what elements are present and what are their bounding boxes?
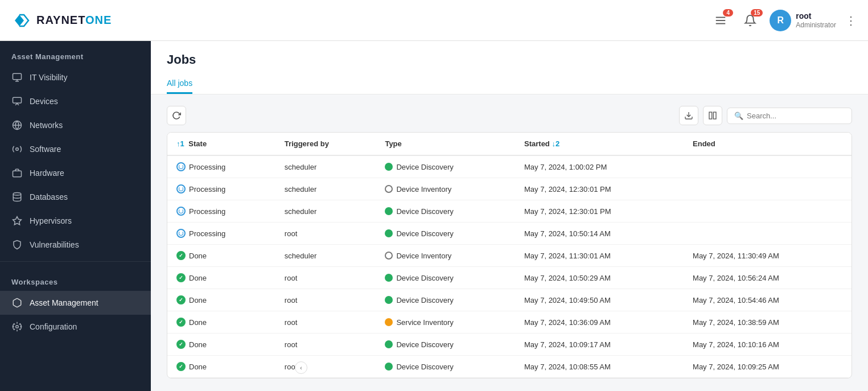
layout: Asset Management IT Visibility Devices N… [0, 41, 868, 391]
col-started[interactable]: Started ↓2 [515, 133, 684, 155]
type-icon [385, 340, 393, 348]
table-row: ProcessingschedulerDevice InventoryMay 7… [167, 178, 851, 200]
started-cell: May 7, 2024, 10:49:50 AM [515, 289, 684, 311]
shield-icon [11, 239, 23, 250]
refresh-btn[interactable] [167, 106, 186, 125]
sidebar-item-hypervisors[interactable]: Hypervisors [0, 209, 151, 233]
table-body: ProcessingschedulerDevice DiscoveryMay 7… [167, 155, 851, 378]
software-icon [11, 143, 23, 155]
state-label: Done [189, 274, 207, 282]
started-cell: May 7, 2024, 10:09:17 AM [515, 334, 684, 356]
ended-cell: May 7, 2024, 11:30:49 AM [684, 245, 851, 267]
table-row: ProcessingrootDevice DiscoveryMay 7, 202… [167, 223, 851, 245]
state-label: Done [189, 340, 207, 349]
database-icon [11, 191, 23, 203]
page-title: Jobs [167, 52, 852, 67]
type-icon [385, 252, 393, 260]
sidebar-item-it-visibility-label: IT Visibility [30, 73, 67, 82]
started-cell: May 7, 2024, 10:50:29 AM [515, 267, 684, 289]
monitor-icon [11, 72, 23, 83]
state-label: Done [189, 296, 207, 304]
started-cell: May 7, 2024, 1:00:02 PM [515, 155, 684, 178]
triggered-by-cell: root [275, 267, 376, 289]
status-dot [176, 162, 186, 171]
sidebar-item-it-visibility[interactable]: IT Visibility [0, 65, 151, 89]
user-area[interactable]: R root Administrator [770, 10, 836, 31]
bell-icon-btn[interactable]: 15 [740, 10, 760, 31]
started-cell: May 7, 2024, 10:08:55 AM [515, 356, 684, 378]
ended-cell: May 7, 2024, 10:10:16 AM [684, 334, 851, 356]
svg-point-9 [16, 148, 19, 151]
type-icon [385, 296, 393, 304]
more-options-btn[interactable]: ⋮ [845, 14, 857, 27]
col-state[interactable]: ↑1 State [167, 133, 275, 155]
type-label: Device Inventory [396, 185, 451, 194]
alerts-badge: 15 [751, 9, 763, 17]
workspaces-label: Workspaces [0, 266, 151, 291]
type-cell: Device Discovery [376, 289, 515, 311]
user-info: root Administrator [796, 11, 836, 29]
state-cell: Done [167, 334, 275, 356]
sidebar-item-software-label: Software [30, 145, 61, 154]
type-label: Device Discovery [396, 296, 453, 304]
search-box[interactable]: 🔍 [727, 108, 852, 124]
sidebar-divider [0, 261, 151, 262]
ended-cell: May 7, 2024, 10:56:24 AM [684, 267, 851, 289]
state-label: Processing [189, 207, 225, 216]
triggered-by-cell: scheduler [275, 155, 376, 178]
logo[interactable]: RAYNETONE [11, 10, 112, 31]
svg-point-11 [13, 193, 21, 196]
columns-btn[interactable] [703, 106, 722, 125]
started-cell: May 7, 2024, 10:50:14 AM [515, 223, 684, 245]
table-row: DoneschedulerDevice InventoryMay 7, 2024… [167, 245, 851, 267]
user-role: Administrator [796, 21, 836, 29]
logo-icon [11, 10, 32, 31]
type-cell: Device Discovery [376, 356, 515, 378]
sidebar-item-devices[interactable]: Devices [0, 89, 151, 113]
tab-all-jobs[interactable]: All jobs [167, 74, 192, 94]
state-label: Done [189, 252, 207, 260]
type-label: Device Discovery [396, 340, 453, 349]
status-dot [176, 207, 186, 216]
status-dot [176, 318, 186, 327]
sidebar-item-vulnerabilities-label: Vulnerabilities [30, 240, 79, 249]
sidebar-item-databases-label: Databases [30, 192, 68, 201]
type-cell: Device Discovery [376, 267, 515, 289]
status-dot [176, 251, 186, 260]
menu-icon-btn[interactable]: 4 [710, 10, 731, 31]
sidebar-item-networks[interactable]: Networks [0, 113, 151, 137]
sidebar-item-configuration[interactable]: Configuration [0, 315, 151, 339]
sidebar-item-vulnerabilities[interactable]: Vulnerabilities [0, 233, 151, 257]
type-cell: Service Inventory [376, 311, 515, 334]
sidebar-item-hardware-label: Hardware [30, 168, 64, 178]
search-icon: 🔍 [734, 112, 743, 120]
toolbar: 🔍 [167, 106, 852, 125]
type-label: Device Discovery [396, 163, 453, 171]
type-label: Device Discovery [396, 363, 453, 371]
ended-cell [684, 155, 851, 178]
svg-rect-3 [13, 73, 22, 80]
sidebar-item-hardware[interactable]: Hardware [0, 161, 151, 185]
topbar-right: 4 15 R root Administrator ⋮ [710, 10, 857, 31]
table: ↑1 State Triggered by Type Started ↓2 En… [167, 133, 851, 378]
svg-rect-6 [13, 97, 22, 103]
type-cell: Device Discovery [376, 223, 515, 245]
status-dot [176, 362, 186, 371]
ended-cell [684, 223, 851, 245]
state-cell: Done [167, 289, 275, 311]
search-input[interactable] [747, 112, 845, 120]
export-btn[interactable] [679, 106, 698, 125]
svg-rect-16 [713, 112, 716, 119]
sidebar-item-software[interactable]: Software [0, 137, 151, 161]
triggered-by-cell: root [275, 356, 376, 378]
sidebar-collapse-btn[interactable]: ‹ [295, 361, 307, 374]
started-cell: May 7, 2024, 12:30:01 PM [515, 178, 684, 200]
sidebar-item-asset-management[interactable]: Asset Management [0, 291, 151, 315]
state-cell: Processing [167, 223, 275, 245]
ended-cell: May 7, 2024, 10:54:46 AM [684, 289, 851, 311]
sidebar-item-databases[interactable]: Databases [0, 185, 151, 209]
type-icon [385, 185, 393, 193]
export-icon [684, 111, 693, 120]
type-label: Device Discovery [396, 229, 453, 238]
type-icon [385, 207, 393, 215]
